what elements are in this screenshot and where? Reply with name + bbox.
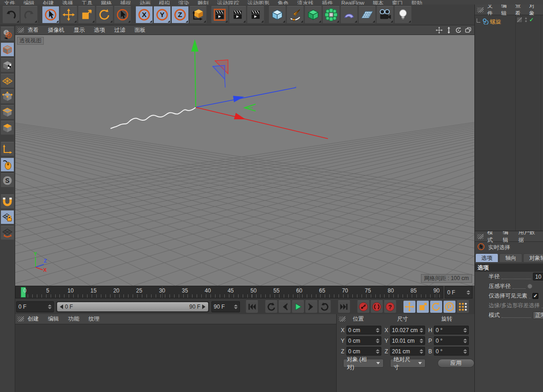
menubar-item-8[interactable]: 模拟 — [159, 0, 170, 5]
value-stepper[interactable] — [462, 328, 467, 333]
enable-axis-button[interactable] — [0, 142, 14, 156]
gizmo-z-axis[interactable] — [196, 88, 296, 107]
attribute-tab-0[interactable]: 选项 — [475, 253, 498, 263]
helix-spline-icon[interactable] — [482, 18, 489, 26]
workplane-mode-button[interactable] — [0, 74, 14, 88]
add-floor-button[interactable] — [358, 6, 376, 23]
object-name[interactable]: 螺旋 — [490, 18, 501, 26]
coord-value-input[interactable]: 201 cm — [390, 347, 425, 356]
panel-drag-handle[interactable] — [477, 234, 484, 239]
next-key-button[interactable] — [318, 300, 331, 313]
value-stepper[interactable] — [419, 339, 423, 343]
coord-value-input[interactable]: 0 ° — [434, 336, 469, 345]
menubar-item-1[interactable]: 编辑 — [23, 0, 35, 5]
add-subdivision-surface-button[interactable] — [304, 6, 322, 23]
viewport-canvas[interactable]: 透视视图 网格间距 : 100 cm Y Z X — [15, 35, 474, 286]
undo-button[interactable] — [2, 6, 20, 23]
move-button[interactable] — [60, 6, 77, 23]
menubar-item-14[interactable]: 流水线 — [297, 0, 314, 5]
coord-value-input[interactable]: 0 cm — [346, 347, 381, 356]
menubar-item-7[interactable]: 动画 — [140, 0, 151, 5]
panel-drag-handle[interactable] — [477, 7, 484, 12]
viewport-solo-button[interactable] — [0, 158, 14, 172]
lock-z-axis-button[interactable]: Z — [171, 6, 189, 23]
helix-spline[interactable] — [111, 107, 196, 129]
last-tool-button[interactable] — [114, 6, 131, 23]
render-settings-button[interactable] — [247, 6, 264, 23]
coord-value-input[interactable]: 0 cm — [346, 336, 381, 345]
coord-value-input[interactable]: 0 ° — [434, 326, 469, 334]
coord-value-input[interactable]: 0 ° — [434, 347, 469, 356]
object-enabled-check[interactable]: ✓ — [529, 17, 534, 23]
lock-workplane-button[interactable] — [0, 210, 14, 224]
checkbox[interactable]: ✓ — [532, 293, 538, 299]
add-spline-button[interactable] — [286, 6, 304, 23]
autokey-button[interactable] — [370, 300, 383, 313]
radius-input[interactable]: 10 — [533, 273, 543, 281]
panel-drag-handle[interactable] — [18, 28, 24, 33]
current-frame-field[interactable]: 0 F — [445, 286, 473, 298]
range-start-stepper[interactable] — [45, 304, 52, 309]
range-start-field[interactable]: 0 F — [16, 301, 54, 312]
rotate-view-icon[interactable] — [455, 27, 462, 34]
next-frame-button[interactable] — [305, 300, 318, 313]
maximize-view-icon[interactable] — [465, 27, 472, 34]
menubar-item-11[interactable]: 运动跟踪 — [217, 0, 239, 5]
apply-button[interactable]: 应用 — [438, 359, 474, 368]
key-parameter-button[interactable]: P — [443, 300, 456, 313]
menubar-item-0[interactable]: 文件 — [4, 0, 15, 5]
menubar-item-9[interactable]: 渲染 — [178, 0, 189, 5]
range-end-field[interactable]: 90 F — [211, 301, 240, 312]
menubar-item-17[interactable]: 脚本 — [373, 0, 384, 5]
workplane-button[interactable] — [0, 226, 14, 240]
value-stepper[interactable] — [462, 349, 467, 354]
snap-button[interactable]: S — [0, 173, 14, 187]
polygons-mode-button[interactable]: g stroke="#3a3a3a" stroke-width="1"> — [0, 121, 14, 135]
points-mode-button[interactable]: g stroke="#3a3a3a" stroke-width="1"> — [0, 89, 14, 104]
lock-y-axis-button[interactable]: Y — [153, 6, 171, 23]
zoom-view-icon[interactable] — [445, 27, 452, 34]
coord-value-input[interactable]: 0 cm — [346, 326, 381, 334]
menubar-item-5[interactable]: 网格 — [101, 0, 112, 5]
key-pla-button[interactable] — [456, 300, 469, 313]
goto-end-button[interactable] — [338, 300, 350, 313]
coordinate-mode-dropdown[interactable]: 对象 (相对) — [343, 359, 384, 368]
visibility-dots-icon[interactable] — [525, 17, 527, 23]
viewport-menu-0[interactable]: 查看 — [28, 26, 39, 34]
magnet-button[interactable] — [0, 194, 14, 209]
pan-view-icon[interactable] — [436, 27, 443, 34]
render-view-button[interactable] — [211, 6, 228, 23]
viewport-menu-5[interactable]: 面板 — [134, 26, 146, 34]
record-keyframe-button[interactable] — [357, 300, 370, 313]
menubar-item-2[interactable]: 创建 — [43, 0, 54, 5]
key-scale-button[interactable] — [416, 300, 429, 313]
model-mode-button[interactable] — [0, 42, 14, 57]
gizmo-y-axis[interactable] — [195, 51, 196, 107]
gizmo-y-arrowhead[interactable] — [191, 39, 199, 52]
gizmo-x-handle[interactable] — [234, 113, 245, 119]
value-stepper[interactable] — [375, 339, 380, 343]
menubar-item-10[interactable]: 雕刻 — [198, 0, 209, 5]
preview-range-bar[interactable]: 0 F 90 F — [57, 302, 208, 311]
keyframe-selection-button[interactable]: ? — [384, 300, 397, 313]
menubar-item-16[interactable]: RealFlow — [341, 0, 364, 5]
menubar-item-4[interactable]: 工具 — [82, 0, 93, 5]
scale-button[interactable] — [78, 6, 95, 23]
previous-frame-button[interactable] — [278, 300, 291, 313]
menubar-item-6[interactable]: 捕捉 — [120, 0, 131, 5]
preview-range-slider[interactable]: 0 F 90 F — [56, 301, 209, 312]
material-menu-0[interactable]: 创建 — [28, 315, 39, 323]
viewport-menu-3[interactable]: 选项 — [94, 26, 105, 34]
menubar-item-12[interactable]: 运动图形 — [247, 0, 269, 5]
play-button[interactable] — [292, 300, 304, 313]
previous-key-button[interactable] — [265, 300, 278, 313]
gizmo-z-handle[interactable] — [233, 96, 244, 102]
add-volume-button[interactable] — [322, 6, 340, 23]
live-selection-button[interactable] — [42, 6, 59, 23]
key-rotation-button[interactable] — [430, 300, 443, 313]
coordinate-system-button[interactable] — [189, 6, 207, 23]
edges-mode-button[interactable]: g stroke="#3a3a3a" stroke-width="1"> — [0, 105, 14, 119]
make-editable-button[interactable] — [0, 27, 14, 41]
pressure-radius-toggle[interactable] — [527, 284, 532, 289]
frame-stepper[interactable] — [464, 290, 470, 295]
